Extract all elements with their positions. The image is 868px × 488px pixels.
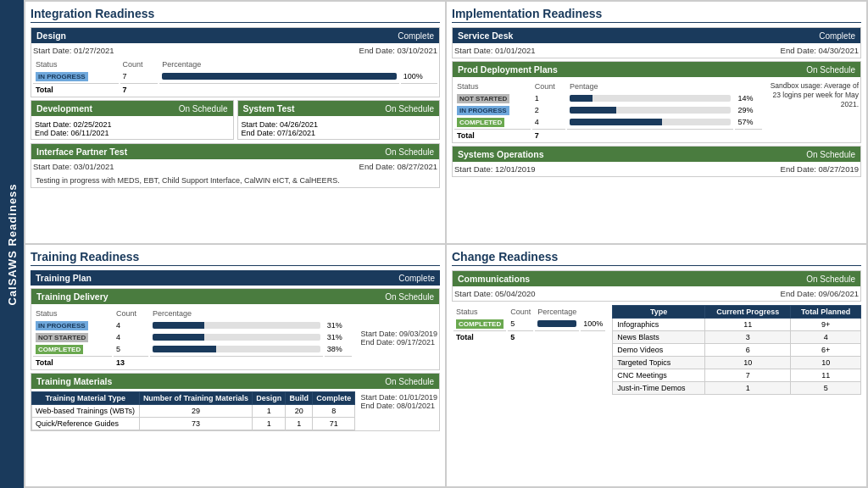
systems-operations-label: Systems Operations: [458, 149, 544, 159]
quadrant-implementation: Implementation Readiness Service Desk Co…: [446, 1, 867, 244]
prod-deployment-header: Prod Deployment Plans On Schedule: [453, 62, 860, 77]
status-badge: IN PROGRESS: [36, 72, 88, 81]
interface-description: Testing in progress with MEDS, EBT, Chil…: [31, 174, 439, 187]
so-end: End Date: 08/27/2019: [781, 164, 859, 174]
training-title: Training Readiness: [31, 250, 440, 266]
system-test-label: System Test: [243, 103, 295, 114]
design-end: End Date: 03/10/2021: [359, 46, 437, 55]
table-row: IN PROGRESS 4 31%: [33, 320, 352, 330]
comm-start: Start Date: 05/04/2020: [454, 289, 536, 298]
design-start: Start Date: 01/27/2021: [33, 46, 114, 55]
quadrant-change: Change Readiness Communications On Sched…: [446, 244, 867, 487]
status-badge: NOT STARTED: [36, 333, 88, 342]
interface-partner-label: Interface Partner Test: [36, 147, 127, 157]
table-row: COMPLETED 5 38%: [33, 344, 352, 354]
total-row: Total 7: [33, 83, 437, 95]
system-test-status: On Schedule: [385, 104, 434, 114]
status-badge: COMPLETED: [456, 319, 504, 329]
systems-operations-section: Systems Operations On Schedule Start Dat…: [452, 146, 861, 177]
service-desk-header: Service Desk Complete: [453, 28, 860, 43]
col-complete: Complete: [313, 392, 355, 405]
system-test-section: System Test On Schedule Start Date: 04/2…: [237, 100, 441, 140]
development-label: Development: [36, 103, 92, 114]
col-type: Training Material Type: [32, 392, 140, 405]
pct-label: 100%: [401, 71, 437, 81]
training-delivery-table: Status Count Percentage IN PROGRESS 4: [31, 307, 353, 369]
table-row: News Blasts 3 4: [613, 331, 861, 344]
training-materials-table: Training Material Type Number of Trainin…: [31, 391, 355, 430]
total-row: Total 5: [453, 330, 605, 342]
dev-end: End Date: 06/11/2021: [35, 129, 230, 137]
systems-operations-dates: Start Date: 12/01/2019 End Date: 08/27/2…: [453, 164, 860, 174]
training-plan-status: Complete: [398, 274, 435, 283]
tm-start: Start Date: 01/01/2019: [360, 393, 437, 402]
col-type: Type: [613, 306, 705, 319]
status-badge: NOT STARTED: [457, 94, 509, 103]
sandbox-text: Sandbox usage: Average of 23 logins per …: [767, 80, 860, 111]
training-materials-body: Training Material Type Number of Trainin…: [31, 391, 439, 430]
sd-start: Start Date: 01/01/2021: [454, 46, 536, 55]
table-row: IN PROGRESS 7 100%: [33, 71, 437, 81]
prod-table-wrap: Status Count Pentage NOT STARTED 1: [453, 80, 764, 142]
col-design: Design: [253, 392, 286, 405]
so-start: Start Date: 12/01/2019: [454, 164, 536, 174]
dev-sysTest-row: Development On Schedule Start Date: 02/2…: [31, 100, 440, 140]
change-status-table-wrap: Status Count Percentage COMPLETED 5 100%: [452, 305, 607, 395]
sd-end: End Date: 04/30/2021: [781, 46, 859, 55]
sysTest-start: Start Date: 04/26/2021: [242, 120, 437, 129]
service-desk-label: Service Desk: [458, 30, 513, 41]
training-plan-header: Training Plan Complete: [31, 270, 440, 286]
col-pct: Percentage: [159, 59, 399, 69]
table-row: NOT STARTED 1 14%: [454, 93, 762, 103]
col-status: Status: [33, 59, 119, 69]
design-table: Status Count Percentage IN PROGRESS 7 10…: [31, 58, 439, 97]
cr-table-wrap: Type Current Progress Total Planned Info…: [612, 305, 861, 395]
td-end: End Date: 09/17/2021: [360, 338, 437, 347]
systems-operations-header: Systems Operations On Schedule: [453, 147, 860, 162]
quadrant-integration: Integration Readiness Design Complete St…: [25, 1, 446, 244]
prod-deployment-status: On Schedule: [806, 65, 855, 75]
tm-table-wrap: Training Material Type Number of Trainin…: [31, 391, 355, 430]
development-section: Development On Schedule Start Date: 02/2…: [31, 100, 234, 140]
communications-status: On Schedule: [806, 274, 855, 284]
training-delivery-label: Training Delivery: [36, 291, 108, 302]
status-badge: IN PROGRESS: [36, 321, 88, 330]
table-row: CNC Meetings 7 11: [613, 369, 861, 382]
design-dates: Start Date: 01/27/2021 End Date: 03/10/2…: [31, 46, 439, 55]
change-body: Status Count Percentage COMPLETED 5 100%: [452, 305, 861, 395]
total-row: Total 7: [454, 129, 762, 141]
comm-end: End Date: 09/06/2021: [781, 289, 859, 298]
total-row: Total 13: [33, 356, 352, 368]
training-materials-header: Training Materials On Schedule: [31, 374, 439, 389]
integration-title: Integration Readiness: [31, 7, 440, 23]
prod-deployment-body: Status Count Pentage NOT STARTED 1: [453, 80, 860, 142]
col-current: Current Progress: [705, 306, 791, 319]
table-row: Just-in-Time Demos 1 5: [613, 382, 861, 395]
tm-dates: Start Date: 01/01/2019 End Date: 08/01/2…: [359, 391, 439, 412]
prod-deployment-label: Prod Deployment Plans: [458, 64, 558, 75]
sidebar-label: CalSAWS Readiness: [6, 183, 19, 305]
development-dates: Start Date: 02/25/2021 End Date: 06/11/2…: [31, 119, 233, 139]
table-row: Demo Videos 6 6+: [613, 344, 861, 357]
training-materials-status: On Schedule: [385, 377, 434, 386]
prod-table: Status Count Pentage NOT STARTED 1: [453, 80, 764, 142]
col-count: Count: [120, 59, 159, 69]
col-num: Number of Training Materials: [139, 392, 253, 405]
training-delivery-section: Training Delivery On Schedule Status Cou…: [31, 288, 440, 370]
status-badge: IN PROGRESS: [457, 106, 509, 115]
col-total: Total Planned: [791, 306, 861, 319]
table-row: Targeted Topics 10 10: [613, 357, 861, 369]
design-header: Design Complete: [31, 28, 439, 43]
system-test-dates: Start Date: 04/26/2021 End Date: 07/16/2…: [238, 119, 440, 139]
training-materials-section: Training Materials On Schedule Training …: [31, 373, 440, 431]
development-header: Development On Schedule: [31, 101, 233, 116]
systems-operations-status: On Schedule: [806, 150, 855, 159]
training-delivery-header: Training Delivery On Schedule: [31, 289, 439, 304]
design-label: Design: [36, 30, 66, 41]
communications-label: Communications: [458, 274, 530, 284]
service-desk-section: Service Desk Complete Start Date: 01/01/…: [452, 27, 861, 58]
td-table-wrap: Status Count Percentage IN PROGRESS 4: [31, 307, 353, 369]
interface-start: Start Date: 03/01/2021: [33, 162, 114, 171]
table-row: Infographics 11 9+: [613, 319, 861, 331]
training-delivery-body: Status Count Percentage IN PROGRESS 4: [31, 307, 439, 369]
